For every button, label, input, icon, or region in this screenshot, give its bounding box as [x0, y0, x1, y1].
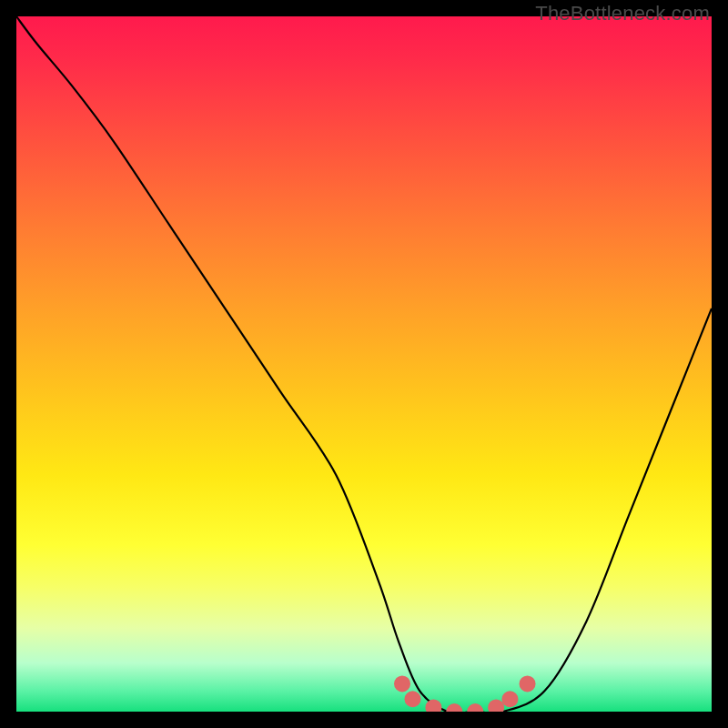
highlight-point: [520, 675, 536, 692]
highlight-point: [467, 703, 483, 712]
highlight-point: [425, 699, 441, 712]
highlight-point: [501, 691, 518, 707]
highlight-points: [394, 675, 536, 712]
highlight-point: [488, 699, 504, 712]
plot-area: [16, 16, 712, 712]
highlight-point: [394, 675, 410, 692]
highlight-point: [404, 691, 420, 707]
marker-layer: [16, 16, 712, 712]
watermark-text: TheBottleneck.com: [535, 2, 710, 25]
highlight-point: [446, 703, 462, 712]
